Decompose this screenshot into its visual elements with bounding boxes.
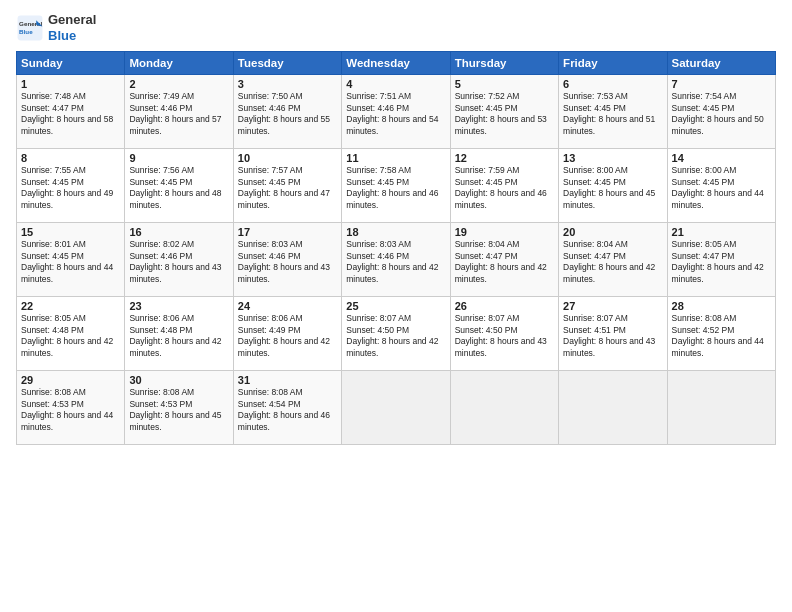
day-number: 9 — [129, 152, 228, 164]
page-header: General Blue General Blue — [16, 12, 776, 43]
calendar-cell: 9 Sunrise: 7:56 AMSunset: 4:45 PMDayligh… — [125, 149, 233, 223]
calendar-cell: 7 Sunrise: 7:54 AMSunset: 4:45 PMDayligh… — [667, 75, 775, 149]
day-info: Sunrise: 8:02 AMSunset: 4:46 PMDaylight:… — [129, 239, 228, 285]
svg-text:Blue: Blue — [19, 28, 33, 35]
calendar-cell: 19 Sunrise: 8:04 AMSunset: 4:47 PMDaylig… — [450, 223, 558, 297]
day-info: Sunrise: 8:06 AMSunset: 4:49 PMDaylight:… — [238, 313, 337, 359]
day-number: 25 — [346, 300, 445, 312]
calendar-cell: 28 Sunrise: 8:08 AMSunset: 4:52 PMDaylig… — [667, 297, 775, 371]
day-number: 12 — [455, 152, 554, 164]
day-info: Sunrise: 7:59 AMSunset: 4:45 PMDaylight:… — [455, 165, 554, 211]
calendar-header-row: SundayMondayTuesdayWednesdayThursdayFrid… — [17, 52, 776, 75]
day-info: Sunrise: 8:05 AMSunset: 4:48 PMDaylight:… — [21, 313, 120, 359]
day-info: Sunrise: 8:06 AMSunset: 4:48 PMDaylight:… — [129, 313, 228, 359]
day-number: 5 — [455, 78, 554, 90]
day-number: 4 — [346, 78, 445, 90]
day-number: 1 — [21, 78, 120, 90]
calendar-cell: 15 Sunrise: 8:01 AMSunset: 4:45 PMDaylig… — [17, 223, 125, 297]
day-info: Sunrise: 8:03 AMSunset: 4:46 PMDaylight:… — [346, 239, 445, 285]
day-number: 16 — [129, 226, 228, 238]
day-info: Sunrise: 8:07 AMSunset: 4:50 PMDaylight:… — [455, 313, 554, 359]
calendar-cell: 14 Sunrise: 8:00 AMSunset: 4:45 PMDaylig… — [667, 149, 775, 223]
calendar-cell: 30 Sunrise: 8:08 AMSunset: 4:53 PMDaylig… — [125, 371, 233, 445]
day-info: Sunrise: 8:08 AMSunset: 4:53 PMDaylight:… — [129, 387, 228, 433]
day-info: Sunrise: 8:05 AMSunset: 4:47 PMDaylight:… — [672, 239, 771, 285]
day-info: Sunrise: 8:00 AMSunset: 4:45 PMDaylight:… — [672, 165, 771, 211]
day-info: Sunrise: 7:54 AMSunset: 4:45 PMDaylight:… — [672, 91, 771, 137]
logo-blue: Blue — [48, 28, 76, 43]
day-info: Sunrise: 8:07 AMSunset: 4:50 PMDaylight:… — [346, 313, 445, 359]
calendar-cell: 13 Sunrise: 8:00 AMSunset: 4:45 PMDaylig… — [559, 149, 667, 223]
day-number: 14 — [672, 152, 771, 164]
calendar-cell: 29 Sunrise: 8:08 AMSunset: 4:53 PMDaylig… — [17, 371, 125, 445]
calendar-week-1: 1 Sunrise: 7:48 AMSunset: 4:47 PMDayligh… — [17, 75, 776, 149]
calendar-week-5: 29 Sunrise: 8:08 AMSunset: 4:53 PMDaylig… — [17, 371, 776, 445]
day-number: 20 — [563, 226, 662, 238]
calendar-week-2: 8 Sunrise: 7:55 AMSunset: 4:45 PMDayligh… — [17, 149, 776, 223]
day-number: 24 — [238, 300, 337, 312]
day-number: 23 — [129, 300, 228, 312]
calendar-table: SundayMondayTuesdayWednesdayThursdayFrid… — [16, 51, 776, 445]
calendar-cell — [667, 371, 775, 445]
day-number: 19 — [455, 226, 554, 238]
day-info: Sunrise: 7:57 AMSunset: 4:45 PMDaylight:… — [238, 165, 337, 211]
day-info: Sunrise: 7:50 AMSunset: 4:46 PMDaylight:… — [238, 91, 337, 137]
day-number: 26 — [455, 300, 554, 312]
calendar-cell: 31 Sunrise: 8:08 AMSunset: 4:54 PMDaylig… — [233, 371, 341, 445]
day-number: 30 — [129, 374, 228, 386]
calendar-cell: 20 Sunrise: 8:04 AMSunset: 4:47 PMDaylig… — [559, 223, 667, 297]
calendar-cell: 18 Sunrise: 8:03 AMSunset: 4:46 PMDaylig… — [342, 223, 450, 297]
calendar-cell: 16 Sunrise: 8:02 AMSunset: 4:46 PMDaylig… — [125, 223, 233, 297]
day-number: 6 — [563, 78, 662, 90]
calendar-cell: 10 Sunrise: 7:57 AMSunset: 4:45 PMDaylig… — [233, 149, 341, 223]
logo-icon: General Blue — [16, 14, 44, 42]
day-number: 18 — [346, 226, 445, 238]
day-number: 28 — [672, 300, 771, 312]
calendar-body: 1 Sunrise: 7:48 AMSunset: 4:47 PMDayligh… — [17, 75, 776, 445]
calendar-cell: 12 Sunrise: 7:59 AMSunset: 4:45 PMDaylig… — [450, 149, 558, 223]
calendar-cell: 3 Sunrise: 7:50 AMSunset: 4:46 PMDayligh… — [233, 75, 341, 149]
calendar-cell: 26 Sunrise: 8:07 AMSunset: 4:50 PMDaylig… — [450, 297, 558, 371]
calendar-cell: 5 Sunrise: 7:52 AMSunset: 4:45 PMDayligh… — [450, 75, 558, 149]
day-info: Sunrise: 8:08 AMSunset: 4:54 PMDaylight:… — [238, 387, 337, 433]
day-number: 29 — [21, 374, 120, 386]
day-number: 31 — [238, 374, 337, 386]
day-number: 8 — [21, 152, 120, 164]
calendar-cell: 22 Sunrise: 8:05 AMSunset: 4:48 PMDaylig… — [17, 297, 125, 371]
col-header-saturday: Saturday — [667, 52, 775, 75]
calendar-cell: 8 Sunrise: 7:55 AMSunset: 4:45 PMDayligh… — [17, 149, 125, 223]
day-info: Sunrise: 8:08 AMSunset: 4:53 PMDaylight:… — [21, 387, 120, 433]
calendar-cell: 6 Sunrise: 7:53 AMSunset: 4:45 PMDayligh… — [559, 75, 667, 149]
day-number: 11 — [346, 152, 445, 164]
col-header-tuesday: Tuesday — [233, 52, 341, 75]
calendar-cell: 24 Sunrise: 8:06 AMSunset: 4:49 PMDaylig… — [233, 297, 341, 371]
col-header-wednesday: Wednesday — [342, 52, 450, 75]
day-info: Sunrise: 8:08 AMSunset: 4:52 PMDaylight:… — [672, 313, 771, 359]
day-number: 2 — [129, 78, 228, 90]
col-header-thursday: Thursday — [450, 52, 558, 75]
calendar-cell: 11 Sunrise: 7:58 AMSunset: 4:45 PMDaylig… — [342, 149, 450, 223]
calendar-cell: 21 Sunrise: 8:05 AMSunset: 4:47 PMDaylig… — [667, 223, 775, 297]
day-number: 27 — [563, 300, 662, 312]
day-number: 13 — [563, 152, 662, 164]
day-info: Sunrise: 8:04 AMSunset: 4:47 PMDaylight:… — [563, 239, 662, 285]
col-header-monday: Monday — [125, 52, 233, 75]
day-info: Sunrise: 8:00 AMSunset: 4:45 PMDaylight:… — [563, 165, 662, 211]
day-info: Sunrise: 7:58 AMSunset: 4:45 PMDaylight:… — [346, 165, 445, 211]
calendar-cell — [342, 371, 450, 445]
calendar-cell: 27 Sunrise: 8:07 AMSunset: 4:51 PMDaylig… — [559, 297, 667, 371]
day-number: 7 — [672, 78, 771, 90]
calendar-week-3: 15 Sunrise: 8:01 AMSunset: 4:45 PMDaylig… — [17, 223, 776, 297]
calendar-cell: 1 Sunrise: 7:48 AMSunset: 4:47 PMDayligh… — [17, 75, 125, 149]
day-info: Sunrise: 8:04 AMSunset: 4:47 PMDaylight:… — [455, 239, 554, 285]
logo-general: General — [48, 12, 96, 27]
calendar-cell — [450, 371, 558, 445]
calendar-cell: 2 Sunrise: 7:49 AMSunset: 4:46 PMDayligh… — [125, 75, 233, 149]
day-number: 21 — [672, 226, 771, 238]
day-info: Sunrise: 7:56 AMSunset: 4:45 PMDaylight:… — [129, 165, 228, 211]
day-info: Sunrise: 8:01 AMSunset: 4:45 PMDaylight:… — [21, 239, 120, 285]
calendar-cell: 4 Sunrise: 7:51 AMSunset: 4:46 PMDayligh… — [342, 75, 450, 149]
day-number: 15 — [21, 226, 120, 238]
day-info: Sunrise: 7:49 AMSunset: 4:46 PMDaylight:… — [129, 91, 228, 137]
day-info: Sunrise: 7:55 AMSunset: 4:45 PMDaylight:… — [21, 165, 120, 211]
